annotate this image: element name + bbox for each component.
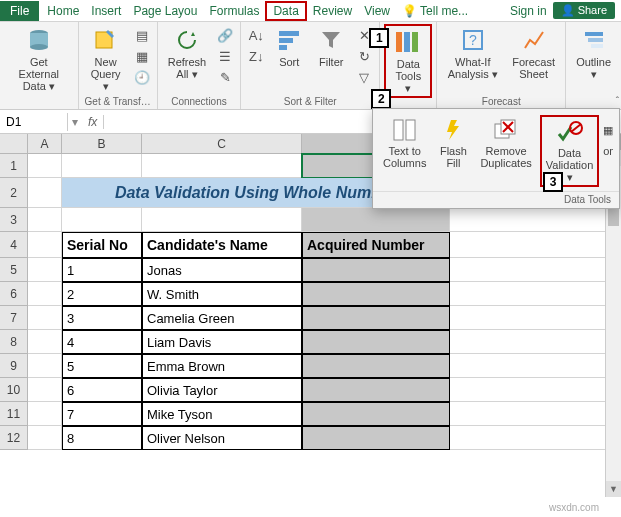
col-header-C[interactable]: C	[142, 134, 302, 153]
fx-button[interactable]: fx	[82, 115, 104, 129]
cell[interactable]	[450, 208, 621, 232]
row-header[interactable]: 8	[0, 330, 28, 354]
cell-name[interactable]: Emma Brown	[142, 354, 302, 378]
sort-button[interactable]: Sort	[271, 24, 307, 82]
cell-acquired[interactable]	[302, 378, 450, 402]
cell-name[interactable]: Olivia Taylor	[142, 378, 302, 402]
cell[interactable]	[450, 330, 621, 354]
tab-file[interactable]: File	[0, 1, 39, 21]
cell[interactable]	[450, 378, 621, 402]
sort-za-button[interactable]: Z↓	[247, 47, 265, 65]
cell-acquired[interactable]	[302, 330, 450, 354]
forecast-sheet-button[interactable]: Forecast Sheet	[508, 24, 559, 82]
share-button[interactable]: 👤 Share	[553, 2, 615, 19]
row-header[interactable]: 3	[0, 208, 28, 232]
collapse-ribbon-button[interactable]: ˆ	[616, 96, 619, 107]
name-box[interactable]: D1	[0, 113, 68, 131]
cell-acquired[interactable]	[302, 402, 450, 426]
row-header[interactable]: 11	[0, 402, 28, 426]
signin-link[interactable]: Sign in	[510, 4, 547, 18]
recent-sources-button[interactable]: 🕘	[133, 68, 151, 86]
cell-serial[interactable]: 2	[62, 282, 142, 306]
cell-acquired[interactable]	[302, 426, 450, 450]
header-candidate[interactable]: Candidate's Name	[142, 232, 302, 258]
edit-links-button[interactable]: ✎	[216, 68, 234, 86]
row-header[interactable]: 6	[0, 282, 28, 306]
col-header-A[interactable]: A	[28, 134, 62, 153]
tab-tellme[interactable]: 💡 Tell me...	[396, 1, 474, 21]
cell[interactable]	[28, 378, 62, 402]
cell-acquired[interactable]	[302, 258, 450, 282]
reapply-button[interactable]: ↻	[355, 47, 373, 65]
row-header[interactable]: 5	[0, 258, 28, 282]
row-header[interactable]: 2	[0, 178, 28, 208]
cell[interactable]	[450, 402, 621, 426]
cell[interactable]	[62, 154, 142, 178]
cell[interactable]	[28, 330, 62, 354]
cell[interactable]	[28, 232, 62, 258]
consolidate-button[interactable]: ▦ Cons	[603, 115, 613, 187]
tab-insert[interactable]: Insert	[85, 1, 127, 21]
cell-name[interactable]: Mike Tyson	[142, 402, 302, 426]
cell[interactable]	[450, 258, 621, 282]
new-query-button[interactable]: New Query ▾	[85, 24, 127, 94]
outline-button[interactable]: Outline ▾	[572, 24, 615, 82]
connections-button[interactable]: 🔗	[216, 26, 234, 44]
cell-name[interactable]: W. Smith	[142, 282, 302, 306]
cell[interactable]	[28, 258, 62, 282]
cell[interactable]	[450, 306, 621, 330]
cell-serial[interactable]: 1	[62, 258, 142, 282]
cell-serial[interactable]: 6	[62, 378, 142, 402]
scroll-down-button[interactable]: ▼	[606, 481, 621, 497]
refresh-all-button[interactable]: Refresh All ▾	[164, 24, 211, 82]
sort-az-button[interactable]: A↓	[247, 26, 265, 44]
tab-review[interactable]: Review	[307, 1, 358, 21]
col-header-B[interactable]: B	[62, 134, 142, 153]
text-to-columns-button[interactable]: Text to Columns	[379, 115, 430, 187]
row-header[interactable]: 12	[0, 426, 28, 450]
get-external-data-button[interactable]: Get External Data ▾	[6, 24, 72, 94]
filter-button[interactable]: Filter	[313, 24, 349, 82]
cell[interactable]	[142, 154, 302, 178]
name-box-dropdown[interactable]: ▾	[68, 115, 82, 129]
select-all-corner[interactable]	[0, 134, 28, 153]
cell[interactable]	[302, 208, 450, 232]
remove-duplicates-button[interactable]: Remove Duplicates	[476, 115, 535, 187]
cell-serial[interactable]: 8	[62, 426, 142, 450]
properties-button[interactable]: ☰	[216, 47, 234, 65]
cell-name[interactable]: Oliver Nelson	[142, 426, 302, 450]
header-serial[interactable]: Serial No	[62, 232, 142, 258]
cell[interactable]	[28, 306, 62, 330]
header-acquired[interactable]: Acquired Number	[302, 232, 450, 258]
advanced-filter-button[interactable]: ▽	[355, 68, 373, 86]
cell-name[interactable]: Liam Davis	[142, 330, 302, 354]
flash-fill-button[interactable]: Flash Fill	[434, 115, 472, 187]
cell[interactable]	[28, 282, 62, 306]
cell[interactable]	[28, 354, 62, 378]
cell[interactable]	[450, 282, 621, 306]
tab-pagelayout[interactable]: Page Layou	[127, 1, 203, 21]
show-queries-button[interactable]: ▤	[133, 26, 151, 44]
cell[interactable]	[28, 178, 62, 208]
cell-acquired[interactable]	[302, 282, 450, 306]
row-header[interactable]: 4	[0, 232, 28, 258]
data-tools-button[interactable]: Data Tools ▾	[384, 24, 432, 98]
tab-home[interactable]: Home	[41, 1, 85, 21]
cell[interactable]	[28, 402, 62, 426]
cell[interactable]	[28, 208, 62, 232]
tab-data[interactable]: Data	[265, 1, 306, 21]
cell[interactable]	[62, 208, 142, 232]
row-header[interactable]: 1	[0, 154, 28, 178]
row-header[interactable]: 9	[0, 354, 28, 378]
cell-serial[interactable]: 7	[62, 402, 142, 426]
cell-name[interactable]: Camelia Green	[142, 306, 302, 330]
cell[interactable]	[28, 154, 62, 178]
cell-serial[interactable]: 3	[62, 306, 142, 330]
row-header[interactable]: 7	[0, 306, 28, 330]
row-header[interactable]: 10	[0, 378, 28, 402]
tab-view[interactable]: View	[358, 1, 396, 21]
cell[interactable]	[450, 426, 621, 450]
cell-serial[interactable]: 5	[62, 354, 142, 378]
cell-name[interactable]: Jonas	[142, 258, 302, 282]
cell-acquired[interactable]	[302, 306, 450, 330]
